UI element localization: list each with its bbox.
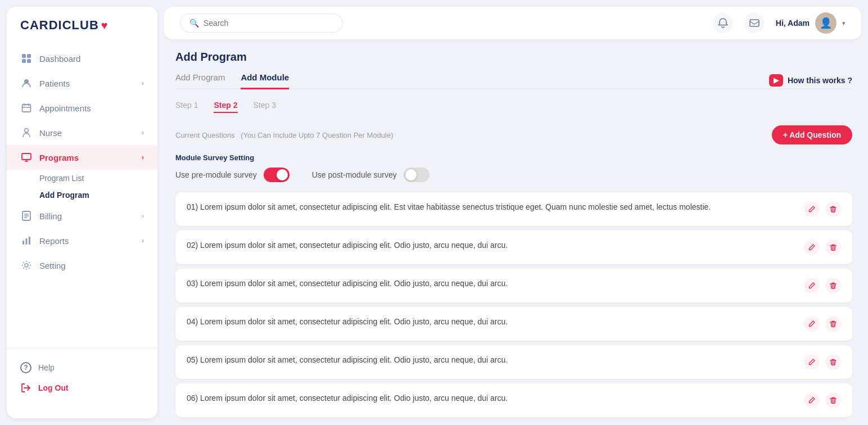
- message-icon[interactable]: [744, 13, 765, 33]
- bar-chart-icon: [20, 234, 33, 247]
- sub-item-program-list[interactable]: Program List: [39, 170, 157, 187]
- questions-section-header: Current Questions (You Can Include Upto …: [175, 125, 852, 144]
- sidebar-item-nurse[interactable]: Nurse ›: [7, 120, 157, 145]
- chevron-right-icon: ›: [142, 153, 144, 161]
- sidebar-item-programs[interactable]: Programs ›: [7, 145, 157, 170]
- logout-label: Log Out: [38, 383, 69, 392]
- tab-links: Add Program Add Module: [175, 73, 289, 88]
- section-subtitle: (You Can Include Upto 7 Question Per Mod…: [241, 131, 393, 139]
- sidebar-item-label: Dashboard: [39, 54, 80, 64]
- logout-icon: [20, 382, 31, 394]
- sidebar-item-dashboard[interactable]: Dashboard: [7, 46, 157, 71]
- sidebar-item-label: Programs: [39, 153, 79, 162]
- delete-question-icon[interactable]: [825, 201, 841, 217]
- step-2[interactable]: Step 2: [214, 101, 237, 113]
- programs-sub-items: Program List Add Program: [7, 170, 157, 204]
- add-question-button[interactable]: + Add Question: [772, 125, 852, 144]
- question-actions: [804, 392, 841, 408]
- svg-rect-11: [29, 237, 30, 245]
- user-greeting: Hi, Adam: [776, 19, 810, 28]
- sidebar-item-setting[interactable]: Setting: [7, 253, 157, 278]
- monitor-icon: [20, 151, 33, 164]
- edit-question-icon[interactable]: [804, 278, 820, 293]
- tab-add-program[interactable]: Add Program: [175, 73, 225, 89]
- sidebar-item-patients[interactable]: Patients ›: [7, 71, 157, 96]
- sub-item-add-program[interactable]: Add Program: [39, 187, 157, 204]
- edit-question-icon[interactable]: [804, 392, 820, 408]
- step-1[interactable]: Step 1: [175, 101, 198, 113]
- tab-bar: Add Program Add Module ▶ How this works …: [175, 73, 852, 89]
- question-text: 05) Lorem ipsum dolor sit amet, consecte…: [187, 354, 795, 366]
- question-actions: [804, 278, 841, 293]
- edit-question-icon[interactable]: [804, 354, 820, 370]
- user-info[interactable]: Hi, Adam 👤 ▾: [776, 12, 846, 34]
- question-text: 04) Lorem ipsum dolor sit amet, consecte…: [187, 316, 795, 328]
- question-actions: [804, 354, 841, 370]
- question-text: 02) Lorem ipsum dolor sit amet, consecte…: [187, 239, 795, 251]
- gear-icon: [20, 259, 33, 272]
- question-item: 01) Lorem ipsum dolor sit amet, consecte…: [175, 192, 852, 226]
- help-label: Help: [38, 363, 55, 372]
- content-area: Add Program Add Program Add Module ▶ How…: [164, 39, 868, 425]
- notification-icon[interactable]: [713, 13, 733, 33]
- delete-question-icon[interactable]: [825, 354, 841, 370]
- delete-question-icon[interactable]: [825, 316, 841, 332]
- svg-rect-10: [26, 238, 28, 245]
- sidebar-item-label: Nurse: [39, 128, 62, 138]
- question-item: 06) Lorem ipsum dolor sit amet, consecte…: [175, 383, 852, 417]
- chevron-down-icon: ▾: [842, 20, 846, 27]
- grid-icon: [20, 52, 33, 65]
- help-item[interactable]: ? Help: [20, 358, 144, 378]
- brand-name: CARDICLUB: [20, 18, 99, 33]
- header: 🔍 Hi, Adam 👤 ▾: [164, 7, 861, 39]
- logo: CARDICLUB ♥: [7, 18, 157, 46]
- post-survey-toggle[interactable]: [404, 168, 430, 182]
- page-title: Add Program: [175, 51, 852, 64]
- pre-survey-toggle[interactable]: [264, 168, 290, 182]
- search-input[interactable]: [204, 19, 333, 28]
- step-3[interactable]: Step 3: [254, 101, 276, 113]
- sidebar-item-reports[interactable]: Reports ›: [7, 228, 157, 253]
- delete-question-icon[interactable]: [825, 392, 841, 408]
- nurse-icon: [20, 126, 33, 139]
- help-icon: ?: [20, 362, 31, 373]
- svg-rect-5: [22, 105, 31, 112]
- svg-rect-0: [22, 54, 26, 58]
- avatar: 👤: [815, 12, 837, 34]
- sidebar-item-billing[interactable]: Billing ›: [7, 204, 157, 228]
- question-actions: [804, 239, 841, 255]
- tab-add-module[interactable]: Add Module: [241, 73, 289, 89]
- section-title: Current Questions (You Can Include Upto …: [175, 129, 393, 140]
- sidebar-item-label: Billing: [39, 211, 62, 221]
- sidebar-item-label: Setting: [39, 261, 66, 270]
- question-item: 02) Lorem ipsum dolor sit amet, consecte…: [175, 230, 852, 264]
- header-right: Hi, Adam 👤 ▾: [713, 12, 846, 34]
- question-actions: [804, 201, 841, 217]
- delete-question-icon[interactable]: [825, 239, 841, 255]
- chevron-right-icon: ›: [142, 79, 144, 87]
- delete-question-icon[interactable]: [825, 278, 841, 293]
- question-item: 05) Lorem ipsum dolor sit amet, consecte…: [175, 345, 852, 379]
- question-text: 01) Lorem ipsum dolor sit amet, consecte…: [187, 201, 795, 213]
- calendar-icon: [20, 102, 33, 114]
- pre-survey-label: Use pre-module survey: [175, 170, 257, 179]
- edit-question-icon[interactable]: [804, 201, 820, 217]
- edit-question-icon[interactable]: [804, 316, 820, 332]
- svg-point-12: [25, 264, 28, 267]
- logout-item[interactable]: Log Out: [20, 378, 144, 398]
- brand-heart-icon: ♥: [101, 19, 108, 32]
- svg-rect-9: [22, 241, 24, 245]
- toggle-knob: [277, 169, 288, 180]
- svg-rect-13: [750, 20, 759, 26]
- sidebar-item-appointments[interactable]: Appointments: [7, 96, 157, 120]
- edit-question-icon[interactable]: [804, 239, 820, 255]
- svg-rect-3: [27, 59, 31, 63]
- question-item: 04) Lorem ipsum dolor sit amet, consecte…: [175, 307, 852, 341]
- how-works-button[interactable]: ▶ How this works ?: [769, 74, 852, 87]
- pre-survey-toggle-group: Use pre-module survey: [175, 168, 290, 182]
- svg-rect-7: [22, 153, 31, 160]
- chevron-right-icon: ›: [142, 129, 144, 137]
- svg-rect-2: [22, 59, 26, 63]
- search-bar[interactable]: 🔍: [180, 13, 343, 33]
- user-icon: [20, 77, 33, 89]
